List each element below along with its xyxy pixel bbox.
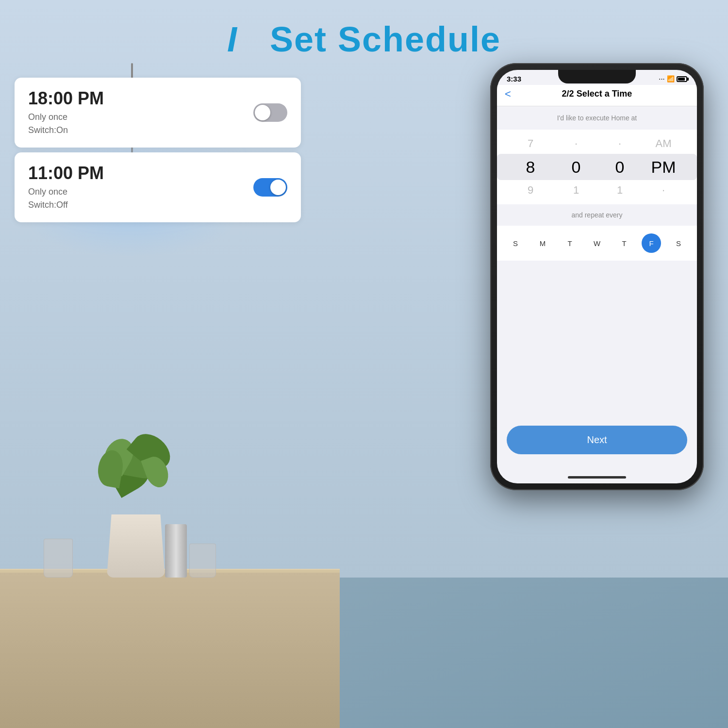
time-picker[interactable]: 7 8 9 · 0 1 [497,130,697,204]
day-circle-T-4[interactable]: T [614,233,634,253]
ampm-below: · [662,180,665,200]
hour-selected: 8 [526,154,535,180]
toggle-switch-2[interactable] [253,178,287,197]
page-heading: I Set Schedule [0,19,728,59]
day-circle-M-1[interactable]: M [533,233,552,253]
repeat-text: and repeat every [571,211,622,219]
phone-frame: 3:33 ··· 📶 < 2/2 Select a Time I'd like … [490,63,704,490]
execute-text-area: I'd like to execute Home at [497,106,697,130]
cup1 [44,539,73,578]
toggle-switch-1[interactable] [253,103,287,122]
card-2-info: 11:00 PM Only once Switch:Off [28,163,104,212]
heading-label: Set Schedule [270,20,501,59]
hour-above: 7 [528,133,533,154]
heading-number: I [227,20,238,59]
toggle-knob-2 [270,180,286,195]
phone-screen: 3:33 ··· 📶 < 2/2 Select a Time I'd like … [497,70,697,483]
min-tens-below: 1 [573,180,579,200]
min-ones-column[interactable]: · 0 1 [598,133,642,200]
min-tens-column[interactable]: · 0 1 [554,133,598,200]
repeat-section: and repeat every [497,204,697,226]
card-2-switch: Switch:Off [28,200,68,210]
phone-notch [558,70,636,83]
day-circle-S-6[interactable]: S [669,233,688,253]
card-1-frequency: Only once [28,112,67,122]
status-icons: ··· 📶 [659,75,687,83]
ampm-above: AM [656,133,672,154]
cup2 [189,544,216,578]
day-circle-F-5[interactable]: F [642,233,661,253]
days-row: SMTWTFS [497,226,697,261]
day-circle-T-2[interactable]: T [560,233,579,253]
next-button[interactable]: Next [507,426,687,454]
schedule-cards-container: 18:00 PM Only once Switch:On 11:00 PM On… [15,78,301,227]
card-1-switch: Switch:On [28,125,68,135]
card-2-time: 11:00 PM [28,163,104,183]
card-1-info: 18:00 PM Only once Switch:On [28,88,104,137]
plant-pot [107,514,165,578]
phone-container: 3:33 ··· 📶 < 2/2 Select a Time I'd like … [490,63,704,490]
wifi-icon: 📶 [667,75,675,83]
french-press [165,524,187,578]
spacer [497,261,697,266]
app-header: < 2/2 Select a Time [497,85,697,106]
min-ones-above: · [618,133,621,154]
status-time: 3:33 [507,75,521,83]
shelf [0,573,340,728]
hour-column[interactable]: 7 8 9 [509,133,552,200]
min-tens-selected: 0 [572,154,581,180]
execute-text: I'd like to execute Home at [557,114,637,122]
schedule-card-2: 11:00 PM Only once Switch:Off [15,152,301,222]
signal-dots-icon: ··· [659,76,665,82]
next-button-area: Next [507,426,687,454]
ampm-column[interactable]: AM PM · [642,133,685,200]
card-2-details: Only once Switch:Off [28,185,104,212]
min-tens-above: · [575,133,578,154]
min-ones-below: 1 [617,180,623,200]
min-ones-selected: 0 [615,154,625,180]
back-button[interactable]: < [505,88,511,100]
card-2-frequency: Only once [28,187,67,197]
schedule-card-1: 18:00 PM Only once Switch:On [15,78,301,148]
plant-leaves [78,422,194,519]
picker-row: 7 8 9 · 0 1 [497,133,697,200]
toggle-knob-1 [255,105,270,120]
hour-below: 9 [528,180,533,200]
battery-fill [678,78,685,81]
ampm-selected: PM [651,154,676,180]
app-title: 2/2 Select a Time [562,89,632,99]
card-1-details: Only once Switch:On [28,111,104,137]
home-indicator [568,476,626,479]
day-circle-S-0[interactable]: S [506,233,525,253]
battery-icon [677,76,687,82]
day-circle-W-3[interactable]: W [587,233,607,253]
card-1-time: 18:00 PM [28,88,104,109]
